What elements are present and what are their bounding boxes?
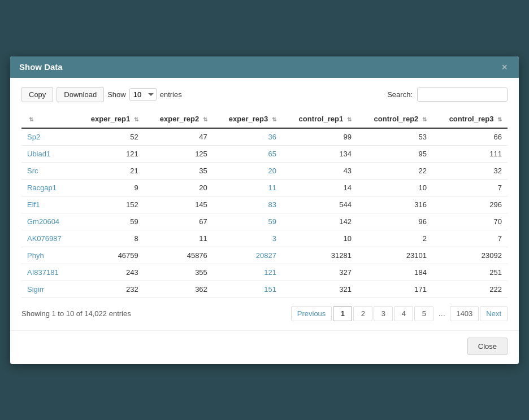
cell-exper_rep1: 9: [75, 179, 144, 196]
table-row: Gm206045967591429670: [21, 213, 508, 230]
table-row: Racgap19201114107: [21, 179, 508, 196]
cell-control_rep1: 43: [282, 162, 357, 179]
cell-control_rep1: 142: [282, 213, 357, 230]
page-2-button[interactable]: 2: [353, 306, 372, 321]
col-control-rep1[interactable]: control_rep1 ⇅: [282, 110, 357, 128]
page-3-button[interactable]: 3: [374, 306, 393, 321]
cell-control_rep2: 22: [357, 162, 432, 179]
cell-gene: Racgap1: [21, 179, 75, 196]
cell-control_rep3: 23092: [432, 247, 508, 264]
cell-exper_rep2: 145: [144, 196, 213, 213]
cell-gene: Ubiad1: [21, 145, 75, 162]
modal-header-close-button[interactable]: ×: [499, 62, 510, 72]
table-row: Phyh467594587620827312812310123092: [21, 247, 508, 264]
table-header-row: ⇅ exper_rep1 ⇅ exper_rep2 ⇅ exper_rep3 ⇅…: [21, 110, 508, 128]
cell-control_rep2: 96: [357, 213, 432, 230]
cell-exper_rep3: 151: [213, 281, 282, 298]
cell-control_rep1: 321: [282, 281, 357, 298]
col-exper-rep2[interactable]: exper_rep2 ⇅: [144, 110, 213, 128]
cell-exper_rep2: 355: [144, 264, 213, 281]
table-footer: Showing 1 to 10 of 14,022 entries Previo…: [21, 306, 508, 321]
cell-exper_rep2: 47: [144, 128, 213, 146]
cell-control_rep2: 2: [357, 230, 432, 247]
cell-exper_rep3: 3: [213, 230, 282, 247]
table-row: AK07698781131027: [21, 230, 508, 247]
table-body: Sp2524736995366Ubiad11211256513495111Src…: [21, 128, 508, 298]
toolbar: Copy Download Show 10 25 50 100 entries: [21, 87, 508, 102]
show-entries-control: Show 10 25 50 100 entries: [107, 88, 182, 101]
col-control-rep2[interactable]: control_rep2 ⇅: [357, 110, 432, 128]
cell-control_rep3: 222: [432, 281, 508, 298]
cell-exper_rep1: 232: [75, 281, 144, 298]
sort-icon-ctrl3: ⇅: [497, 116, 502, 123]
cell-gene: AI837181: [21, 264, 75, 281]
modal-footer: Close: [10, 330, 519, 364]
cell-exper_rep1: 8: [75, 230, 144, 247]
table-row: Elf115214583544316296: [21, 196, 508, 213]
cell-control_rep3: 296: [432, 196, 508, 213]
cell-control_rep1: 544: [282, 196, 357, 213]
cell-exper_rep2: 35: [144, 162, 213, 179]
cell-exper_rep1: 46759: [75, 247, 144, 264]
col-gene[interactable]: ⇅: [21, 110, 75, 128]
cell-control_rep1: 10: [282, 230, 357, 247]
show-data-modal: Show Data × Copy Download Show 10 25 50 …: [10, 56, 519, 364]
cell-control_rep3: 66: [432, 128, 508, 146]
cell-gene: AK076987: [21, 230, 75, 247]
col-control-rep3[interactable]: control_rep3 ⇅: [432, 110, 508, 128]
cell-exper_rep3: 20827: [213, 247, 282, 264]
cell-control_rep2: 53: [357, 128, 432, 146]
cell-control_rep2: 184: [357, 264, 432, 281]
sort-icon-exper1: ⇅: [134, 116, 138, 123]
cell-exper_rep3: 36: [213, 128, 282, 146]
table-row: Ubiad11211256513495111: [21, 145, 508, 162]
cell-exper_rep2: 45876: [144, 247, 213, 264]
copy-button[interactable]: Copy: [21, 87, 53, 102]
cell-gene: Src: [21, 162, 75, 179]
cell-gene: Elf1: [21, 196, 75, 213]
entries-label: entries: [160, 90, 182, 99]
cell-control_rep1: 99: [282, 128, 357, 146]
entries-select[interactable]: 10 25 50 100: [129, 88, 157, 101]
previous-button[interactable]: Previous: [291, 306, 332, 321]
page-4-button[interactable]: 4: [394, 306, 413, 321]
last-page-button[interactable]: 1403: [450, 306, 479, 321]
sort-icon-gene: ⇅: [29, 116, 33, 123]
cell-control_rep3: 7: [432, 230, 508, 247]
modal-body: Copy Download Show 10 25 50 100 entries: [10, 78, 519, 330]
col-exper-rep1[interactable]: exper_rep1 ⇅: [75, 110, 144, 128]
show-label: Show: [107, 90, 126, 99]
cell-control_rep2: 95: [357, 145, 432, 162]
cell-exper_rep2: 20: [144, 179, 213, 196]
close-button[interactable]: Close: [467, 338, 508, 355]
toolbar-left: Copy Download Show 10 25 50 100 entries: [21, 87, 182, 102]
download-button[interactable]: Download: [57, 87, 104, 102]
table-row: Src213520432232: [21, 162, 508, 179]
pagination: Previous 1 2 3 4 5 … 1403 Next: [291, 306, 508, 321]
cell-gene: Phyh: [21, 247, 75, 264]
cell-exper_rep1: 121: [75, 145, 144, 162]
cell-control_rep3: 7: [432, 179, 508, 196]
next-button[interactable]: Next: [480, 306, 508, 321]
sort-icon-ctrl2: ⇅: [422, 116, 427, 123]
search-input[interactable]: [417, 88, 508, 102]
page-5-button[interactable]: 5: [414, 306, 433, 321]
cell-control_rep1: 31281: [282, 247, 357, 264]
page-1-button[interactable]: 1: [333, 306, 352, 321]
cell-exper_rep3: 83: [213, 196, 282, 213]
cell-gene: Sigirr: [21, 281, 75, 298]
cell-control_rep2: 171: [357, 281, 432, 298]
cell-control_rep2: 316: [357, 196, 432, 213]
cell-control_rep3: 111: [432, 145, 508, 162]
showing-info: Showing 1 to 10 of 14,022 entries: [21, 309, 131, 318]
table-row: Sp2524736995366: [21, 128, 508, 146]
table-row: Sigirr232362151321171222: [21, 281, 508, 298]
cell-exper_rep1: 243: [75, 264, 144, 281]
search-label: Search:: [387, 90, 413, 99]
col-exper-rep3[interactable]: exper_rep3 ⇅: [213, 110, 282, 128]
sort-icon-exper3: ⇅: [272, 116, 276, 123]
cell-control_rep3: 70: [432, 213, 508, 230]
cell-exper_rep3: 59: [213, 213, 282, 230]
modal-header: Show Data ×: [10, 56, 519, 78]
cell-control_rep3: 32: [432, 162, 508, 179]
